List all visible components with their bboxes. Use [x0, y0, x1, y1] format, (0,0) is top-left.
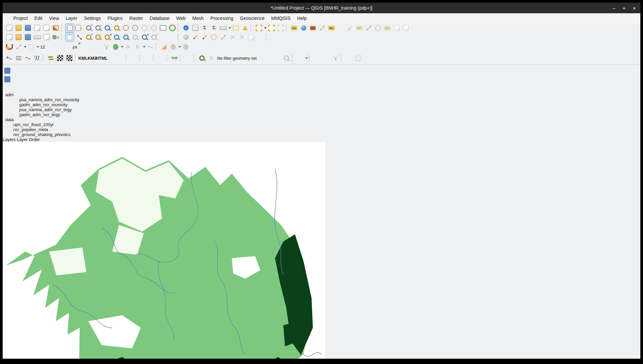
geometry-filter-combo[interactable]: No filter geometry set	[217, 56, 271, 61]
move-annotation-icon[interactable]	[318, 24, 326, 32]
expand-all-icon[interactable]	[3, 66, 12, 75]
toggle-editing-icon[interactable]	[200, 33, 209, 41]
layer-group-adm[interactable]: adm	[3, 92, 640, 97]
snapping-options-icon[interactable]	[14, 42, 23, 51]
style-manager-icon[interactable]	[51, 24, 60, 32]
share-icon[interactable]	[184, 54, 193, 62]
kml-export-icon[interactable]: KML	[79, 54, 87, 62]
open-attribute-table-icon[interactable]	[191, 24, 200, 32]
checker-white-icon[interactable]	[56, 54, 64, 62]
list-grid-icon[interactable]	[354, 54, 363, 62]
move-feature-icon[interactable]	[75, 33, 84, 41]
avoid-overlap-dropdown[interactable]	[121, 46, 124, 48]
tracing-icon[interactable]	[159, 42, 168, 51]
menu-layer[interactable]: Layer	[62, 16, 81, 21]
globe-tool-icon[interactable]	[182, 33, 190, 41]
map-tips-icon[interactable]	[231, 24, 240, 32]
cut-features-icon[interactable]	[237, 33, 246, 41]
zoom-last-icon[interactable]	[140, 24, 149, 32]
move-blob-icon[interactable]	[169, 42, 177, 51]
text-annotation-icon[interactable]: abc	[290, 24, 299, 32]
minimize-button[interactable]: –	[612, 5, 615, 11]
snapping-curve-icon[interactable]	[146, 42, 154, 51]
save-project-icon[interactable]	[24, 24, 32, 32]
open-project-icon[interactable]	[14, 24, 23, 32]
zoom-out-icon[interactable]: −	[94, 24, 102, 32]
deselect-features-icon[interactable]	[276, 24, 285, 32]
new-map-view-icon[interactable]	[159, 24, 167, 32]
layer-diagram-icon[interactable]	[336, 24, 345, 32]
open-data-source-icon[interactable]	[14, 33, 23, 41]
zoom-next-icon[interactable]	[149, 24, 158, 32]
form-annotation-icon[interactable]	[299, 24, 308, 32]
html-annotation-icon[interactable]: abc	[309, 24, 317, 32]
remove-layer-icon[interactable]	[3, 84, 12, 92]
menu-plugins[interactable]: Plugins	[104, 16, 126, 21]
add-record-icon[interactable]	[210, 33, 218, 41]
zoom-out-alt-icon[interactable]	[94, 33, 102, 41]
users-pair-icon[interactable]	[313, 54, 321, 62]
menu-view[interactable]: View	[46, 16, 62, 21]
color-swatch-dropdown[interactable]	[305, 57, 308, 59]
undo-icon[interactable]	[270, 33, 278, 41]
zoom-layer-alt-icon[interactable]	[122, 33, 130, 41]
color-grid-icon[interactable]	[107, 54, 115, 62]
text-a-icon[interactable]: a	[51, 33, 60, 41]
paste-features-icon[interactable]	[256, 33, 265, 41]
snapping-dot-dropdown[interactable]	[37, 46, 39, 48]
snapping-tolerance-field[interactable]: 12	[40, 44, 71, 49]
add-group-icon[interactable]	[3, 22, 12, 31]
rotate-label-icon[interactable]	[374, 24, 382, 32]
layer-labeling-icon[interactable]: abc	[327, 24, 336, 32]
snapping-dropdown-arrow[interactable]	[24, 46, 27, 48]
self-snapping-icon[interactable]	[133, 42, 142, 51]
snapping-dot-box-icon[interactable]	[27, 42, 36, 51]
zoom-last-alt-icon[interactable]: ◂	[140, 33, 149, 41]
zoom-native-icon[interactable]	[131, 24, 139, 32]
snapping-units-combo[interactable]: px	[73, 44, 101, 49]
digitize-polygon-icon[interactable]	[65, 33, 74, 42]
copy-features-icon[interactable]	[247, 33, 255, 41]
map-theme-settings-icon[interactable]	[168, 33, 177, 41]
hub-plugin-icon[interactable]: hub	[170, 54, 179, 62]
layer-ncr-popden-meta[interactable]: ncr_popden_meta	[3, 127, 640, 132]
filter-expression-icon[interactable]: ε	[3, 53, 12, 61]
zoom-next-alt-icon[interactable]: ▸	[149, 33, 158, 41]
add-table-icon[interactable]	[143, 54, 152, 62]
copy-style-icon[interactable]	[402, 24, 410, 32]
close-button[interactable]: ×	[633, 5, 636, 11]
save-edits-icon[interactable]	[24, 33, 32, 41]
avoid-overlap-icon[interactable]	[111, 42, 120, 51]
paste-style-icon[interactable]	[411, 24, 419, 32]
identify-features-icon[interactable]: i	[182, 24, 190, 32]
layer-psa-namria-adm-ncr-brgy[interactable]: psa_namria_adm_ncr_brgy	[3, 107, 640, 112]
menu-web[interactable]: Web	[173, 16, 189, 21]
wrench-icon[interactable]	[345, 54, 353, 62]
move-label-icon[interactable]	[364, 24, 373, 32]
field-calculator-icon[interactable]: Σ	[200, 24, 209, 32]
filter-search-icon[interactable]	[282, 54, 291, 62]
vertex-tool-icon[interactable]	[219, 33, 228, 41]
select-dropdown-arrow[interactable]	[264, 27, 267, 29]
title-bar[interactable]: *Untitled Project — QGIS [BNHR_training …	[3, 3, 640, 13]
menu-database[interactable]: Database	[146, 16, 173, 21]
user-check-icon[interactable]	[322, 54, 330, 62]
reshape-features-icon[interactable]	[24, 54, 32, 62]
layer-gadm-adm-ncr-brgy[interactable]: gadm_adm_ncr_brgy	[3, 112, 640, 117]
select-features-icon[interactable]	[254, 24, 263, 32]
zoom-full-alt-icon[interactable]: ◂	[103, 33, 112, 41]
zoom-in-icon[interactable]: +	[84, 24, 93, 32]
self-snapping-dropdown[interactable]	[143, 46, 145, 48]
layer-psa-namria-adm-ncr-municity[interactable]: psa_namria_adm_ncr_municity	[3, 97, 640, 102]
hatch-fill-icon[interactable]	[33, 54, 42, 62]
menu-processing[interactable]: Processing	[207, 16, 236, 21]
menu-geoscience[interactable]: Geoscience	[237, 16, 268, 21]
maximize-button[interactable]: +	[622, 5, 625, 11]
menu-mmqgis[interactable]: MMQGIS	[268, 16, 294, 21]
open-layer-styling-icon[interactable]	[3, 13, 12, 22]
tab-layer-order[interactable]: Layer Order	[17, 137, 40, 142]
measure-dropdown-arrow[interactable]	[229, 27, 231, 29]
layer-upri-ncr-flood-100yr[interactable]: upri_ncr_flood_100yr	[3, 122, 640, 127]
pie-globe-icon[interactable]	[157, 54, 165, 62]
options-icon[interactable]	[33, 33, 42, 41]
